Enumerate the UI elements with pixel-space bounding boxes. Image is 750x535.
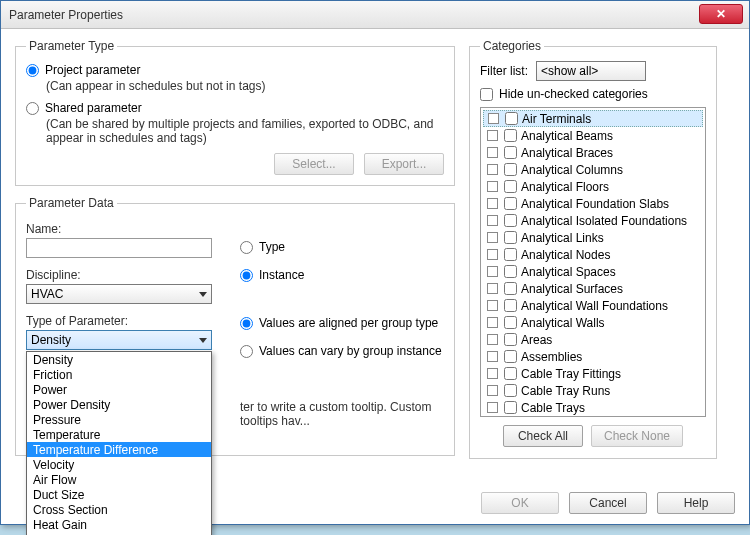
dropdown-item[interactable]: Temperature Difference	[27, 442, 211, 457]
categories-legend: Categories	[480, 39, 544, 53]
category-checkbox[interactable]	[504, 129, 517, 142]
instance-radio-label: Instance	[259, 268, 304, 282]
category-item[interactable]: Casework	[483, 416, 703, 417]
category-checkbox[interactable]	[505, 112, 518, 125]
category-label: Analytical Nodes	[521, 248, 610, 262]
category-checkbox[interactable]	[504, 333, 517, 346]
category-checkbox[interactable]	[504, 282, 517, 295]
parameter-type-group: Parameter Type Project parameter (Can ap…	[15, 39, 455, 186]
category-checkbox[interactable]	[504, 146, 517, 159]
category-item[interactable]: Areas	[483, 331, 703, 348]
category-checkbox[interactable]	[504, 180, 517, 193]
category-checkbox[interactable]	[504, 265, 517, 278]
category-label: Air Terminals	[522, 112, 591, 126]
dropdown-item[interactable]: Power	[27, 382, 211, 397]
category-item[interactable]: Analytical Surfaces	[483, 280, 703, 297]
category-label: Analytical Braces	[521, 146, 613, 160]
discipline-combo[interactable]: HVAC	[26, 284, 212, 304]
category-label: Analytical Walls	[521, 316, 605, 330]
dropdown-item[interactable]: Temperature	[27, 427, 211, 442]
category-label: Cable Trays	[521, 401, 585, 415]
category-item[interactable]: Analytical Isolated Foundations	[483, 212, 703, 229]
filter-list-combo[interactable]: <show all>	[536, 61, 646, 81]
discipline-value: HVAC	[31, 287, 63, 301]
category-label: Analytical Surfaces	[521, 282, 623, 296]
category-item[interactable]: Analytical Nodes	[483, 246, 703, 263]
export-button[interactable]: Export...	[364, 153, 444, 175]
dropdown-item[interactable]: Pressure	[27, 412, 211, 427]
dropdown-item[interactable]: Duct Size	[27, 487, 211, 502]
category-item[interactable]: Analytical Walls	[483, 314, 703, 331]
values-vary-radio-row[interactable]: Values can vary by group instance	[240, 344, 444, 358]
values-vary-label: Values can vary by group instance	[259, 344, 442, 358]
project-parameter-label: Project parameter	[45, 63, 140, 77]
values-aligned-radio[interactable]	[240, 317, 253, 330]
dropdown-item[interactable]: Power Density	[27, 397, 211, 412]
category-item[interactable]: Analytical Beams	[483, 127, 703, 144]
check-all-button[interactable]: Check All	[503, 425, 583, 447]
project-parameter-desc: (Can appear in schedules but not in tags…	[46, 79, 444, 93]
close-button[interactable]: ✕	[699, 4, 743, 24]
category-checkbox[interactable]	[504, 231, 517, 244]
type-of-parameter-dropdown[interactable]: DensityFrictionPowerPower DensityPressur…	[26, 351, 212, 535]
categories-list[interactable]: Air TerminalsAnalytical BeamsAnalytical …	[480, 107, 706, 417]
category-item[interactable]: Cable Tray Runs	[483, 382, 703, 399]
type-of-parameter-combo[interactable]: Density	[26, 330, 212, 350]
category-item[interactable]: Analytical Floors	[483, 178, 703, 195]
categories-group: Categories Filter list: <show all> Hide …	[469, 39, 717, 459]
name-field[interactable]	[26, 238, 212, 258]
category-item[interactable]: Assemblies	[483, 348, 703, 365]
hide-unchecked-checkbox[interactable]	[480, 88, 493, 101]
ok-button[interactable]: OK	[481, 492, 559, 514]
category-item[interactable]: Analytical Foundation Slabs	[483, 195, 703, 212]
category-checkbox[interactable]	[504, 197, 517, 210]
category-checkbox[interactable]	[504, 367, 517, 380]
cancel-button[interactable]: Cancel	[569, 492, 647, 514]
hide-unchecked-row[interactable]: Hide un-checked categories	[480, 87, 706, 101]
category-checkbox[interactable]	[504, 384, 517, 397]
project-parameter-radio[interactable]	[26, 64, 39, 77]
category-item[interactable]: Air Terminals	[483, 110, 703, 127]
dropdown-item[interactable]: Friction	[27, 367, 211, 382]
shared-parameter-radio-row[interactable]: Shared parameter	[26, 101, 444, 115]
category-item[interactable]: Analytical Columns	[483, 161, 703, 178]
category-item[interactable]: Analytical Wall Foundations	[483, 297, 703, 314]
category-checkbox[interactable]	[504, 163, 517, 176]
category-item[interactable]: Analytical Braces	[483, 144, 703, 161]
category-checkbox[interactable]	[504, 299, 517, 312]
type-radio-row[interactable]: Type	[240, 240, 444, 254]
category-item[interactable]: Analytical Spaces	[483, 263, 703, 280]
chevron-down-icon	[199, 292, 207, 297]
dropdown-item[interactable]: Air Flow	[27, 472, 211, 487]
dropdown-item[interactable]: Heat Gain	[27, 517, 211, 532]
category-label: Cable Tray Runs	[521, 384, 610, 398]
project-parameter-radio-row[interactable]: Project parameter	[26, 63, 444, 77]
dialog-title: Parameter Properties	[9, 8, 123, 22]
check-none-button[interactable]: Check None	[591, 425, 683, 447]
type-of-parameter-label: Type of Parameter:	[26, 314, 212, 328]
shared-parameter-radio[interactable]	[26, 102, 39, 115]
category-item[interactable]: Cable Trays	[483, 399, 703, 416]
category-checkbox[interactable]	[504, 248, 517, 261]
select-export-row: Select... Export...	[26, 153, 444, 175]
category-checkbox[interactable]	[504, 401, 517, 414]
instance-radio[interactable]	[240, 269, 253, 282]
shared-parameter-desc: (Can be shared by multiple projects and …	[46, 117, 444, 145]
category-item[interactable]: Cable Tray Fittings	[483, 365, 703, 382]
category-checkbox[interactable]	[504, 350, 517, 363]
select-button[interactable]: Select...	[274, 153, 354, 175]
values-aligned-radio-row[interactable]: Values are aligned per group type	[240, 316, 444, 330]
dropdown-item[interactable]: Velocity	[27, 457, 211, 472]
dropdown-item[interactable]: Density	[27, 352, 211, 367]
category-item[interactable]: Analytical Links	[483, 229, 703, 246]
dropdown-item[interactable]: Cross Section	[27, 502, 211, 517]
type-radio[interactable]	[240, 241, 253, 254]
values-vary-radio[interactable]	[240, 345, 253, 358]
help-button[interactable]: Help	[657, 492, 735, 514]
category-label: Assemblies	[521, 350, 582, 364]
instance-radio-row[interactable]: Instance	[240, 268, 444, 282]
category-checkbox[interactable]	[504, 214, 517, 227]
category-label: Analytical Links	[521, 231, 604, 245]
category-checkbox[interactable]	[504, 316, 517, 329]
filter-list-label: Filter list:	[480, 64, 528, 78]
